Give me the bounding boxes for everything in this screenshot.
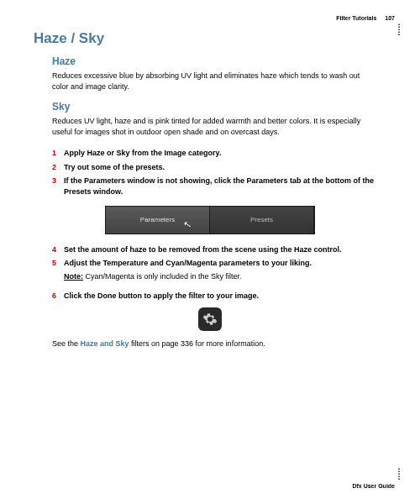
step-text: Click the Done button to apply the filte…: [64, 291, 259, 302]
step-number: 6: [52, 291, 64, 302]
step-text: Adjust the Temperature and Cyan/Magenta …: [64, 258, 312, 269]
page-number: 107: [385, 15, 395, 21]
step-number: 2: [52, 162, 64, 173]
haze-body: Reduces excessive blue by absorbing UV l…: [52, 71, 378, 92]
step-number: 5: [52, 258, 64, 269]
sky-body: Reduces UV light, haze and is pink tinte…: [52, 116, 378, 138]
step-number: 3: [52, 176, 64, 197]
tab-parameters[interactable]: Parameters: [106, 207, 210, 234]
step-row: 5 Adjust the Temperature and Cyan/Magent…: [52, 258, 378, 269]
page-title: Haze / Sky: [34, 30, 395, 47]
decorative-dots-bottom: •••••: [398, 468, 400, 480]
step-text: Try out some of the presets.: [64, 162, 165, 173]
note-line: Note: Cyan/Magenta is only included in t…: [64, 272, 395, 281]
note-label: Note:: [64, 272, 83, 281]
step-row: 2 Try out some of the presets.: [52, 162, 378, 173]
header-section-label: Filter Tutorials: [336, 15, 376, 21]
haze-sky-link[interactable]: Haze and Sky: [81, 339, 129, 348]
decorative-dots-top: •••••: [398, 24, 400, 36]
see-prefix: See the: [52, 339, 81, 348]
tabs-widget: Parameters Presets ↖: [105, 206, 315, 234]
step-row: 3 If the Parameters window is not showin…: [52, 176, 378, 197]
see-suffix: filters on page 336 for more information…: [129, 339, 265, 348]
see-more: See the Haze and Sky filters on page 336…: [52, 339, 395, 348]
step-row: 1 Apply Haze or Sky from the Image categ…: [52, 148, 378, 159]
step-number: 4: [52, 244, 64, 255]
gear-icon: [202, 312, 218, 327]
steps-list-continued: 4 Set the amount of haze to be removed f…: [52, 244, 378, 269]
step-row: 6 Click the Done button to apply the fil…: [52, 291, 378, 302]
footer-text: Dfx User Guide: [352, 483, 395, 489]
step-row: 4 Set the amount of haze to be removed f…: [52, 244, 378, 255]
step-text: Set the amount of haze to be removed fro…: [64, 244, 342, 255]
gear-icon-box[interactable]: [198, 307, 222, 331]
tab-presets[interactable]: Presets: [210, 207, 314, 234]
step-text: If the Parameters window is not showing,…: [64, 176, 378, 197]
sky-heading: Sky: [52, 101, 395, 113]
step-number: 1: [52, 148, 64, 159]
note-text: Cyan/Magenta is only included in the Sky…: [83, 272, 242, 281]
haze-heading: Haze: [52, 55, 395, 67]
steps-list: 1 Apply Haze or Sky from the Image categ…: [52, 148, 378, 197]
step-text: Apply Haze or Sky from the Image categor…: [64, 148, 221, 159]
header-section: Filter Tutorials 107: [336, 15, 395, 21]
steps-list-final: 6 Click the Done button to apply the fil…: [52, 291, 378, 302]
